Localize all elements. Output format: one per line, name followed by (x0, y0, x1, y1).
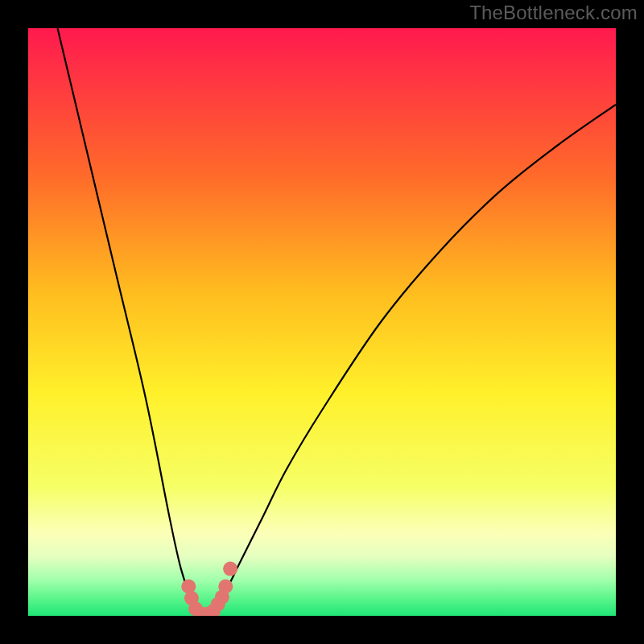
chart-svg (28, 28, 616, 616)
gradient-background (28, 28, 616, 616)
plot-area (28, 28, 616, 616)
chart-frame: TheBottleneck.com (0, 0, 644, 644)
marker-point (218, 580, 233, 594)
watermark-text: TheBottleneck.com (469, 2, 638, 24)
marker-point (223, 562, 237, 576)
